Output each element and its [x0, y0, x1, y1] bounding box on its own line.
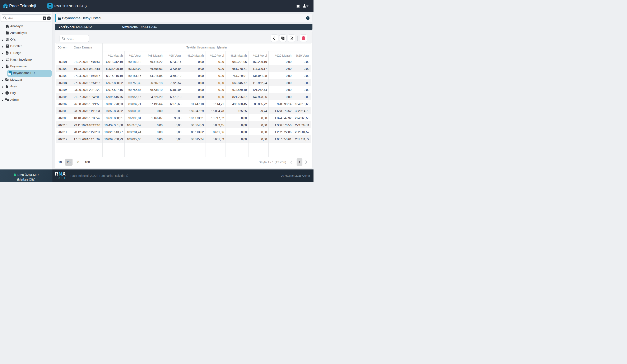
svg-text:PDF: PDF [8, 73, 11, 75]
